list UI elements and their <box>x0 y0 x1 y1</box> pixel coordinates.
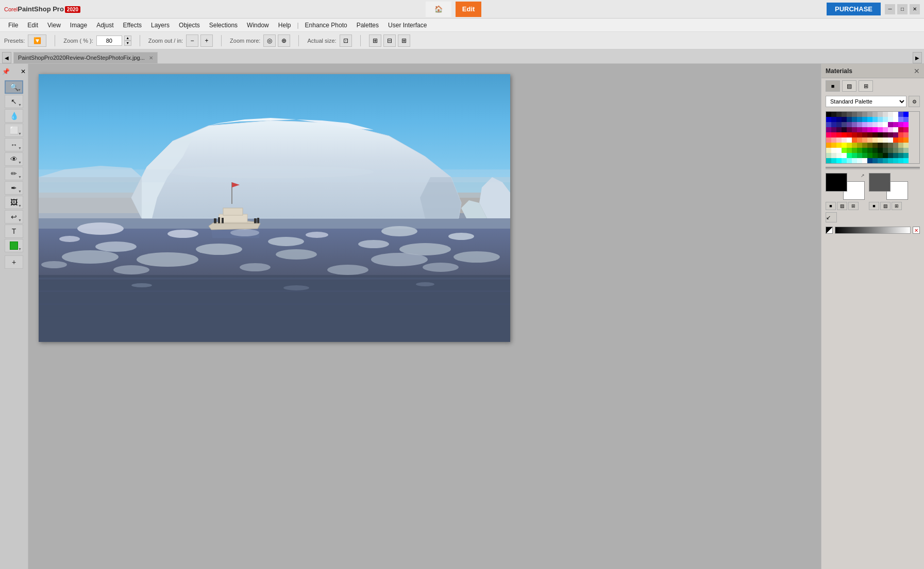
swap-colors-button[interactable]: ↗ <box>861 173 865 178</box>
color-cell[interactable] <box>878 112 883 117</box>
color-cell[interactable] <box>867 153 872 158</box>
color-cell[interactable] <box>826 143 831 148</box>
color-cell[interactable] <box>872 117 878 122</box>
color-cell[interactable] <box>903 117 909 122</box>
color-cell[interactable] <box>883 143 888 148</box>
color-cell[interactable] <box>878 158 883 163</box>
color-cell[interactable] <box>831 127 836 132</box>
color-cell[interactable] <box>883 117 888 122</box>
color-cell[interactable] <box>898 122 903 127</box>
zoom-out-btn[interactable]: − <box>186 35 198 47</box>
color-cell[interactable] <box>888 148 893 153</box>
color-cell[interactable] <box>903 137 909 143</box>
gradient-swatch-icon[interactable] <box>826 227 833 234</box>
menu-item-layers[interactable]: Layers <box>147 20 174 30</box>
color-cell[interactable] <box>836 143 842 148</box>
menu-item-palettes[interactable]: Palettes <box>352 20 383 30</box>
color-cell[interactable] <box>847 137 852 143</box>
color-cell[interactable] <box>878 143 883 148</box>
color-cell[interactable] <box>893 148 898 153</box>
color-cell[interactable] <box>883 137 888 143</box>
color-cell[interactable] <box>898 112 903 117</box>
color-cell[interactable] <box>888 127 893 132</box>
color-cell[interactable] <box>836 127 842 132</box>
color-cell[interactable] <box>888 117 893 122</box>
color-cell[interactable] <box>842 112 847 117</box>
align-left-btn[interactable]: ⊞ <box>369 35 381 47</box>
materials-gradient-tab[interactable]: ▨ <box>842 80 856 92</box>
color-cell[interactable] <box>842 117 847 122</box>
color-cell[interactable] <box>847 132 852 137</box>
tool-btn-text[interactable]: T <box>5 225 23 238</box>
color-cell[interactable] <box>852 117 857 122</box>
color-cell[interactable] <box>888 153 893 158</box>
color-cell[interactable] <box>862 143 867 148</box>
color-cell[interactable] <box>872 158 878 163</box>
color-cell[interactable] <box>903 148 909 153</box>
color-cell[interactable] <box>847 112 852 117</box>
materials-color-tab[interactable]: ■ <box>826 80 840 92</box>
color-cell[interactable] <box>878 132 883 137</box>
color-cell[interactable] <box>842 132 847 137</box>
color-cell[interactable] <box>857 112 862 117</box>
color-cell[interactable] <box>847 122 852 127</box>
color-cell[interactable] <box>862 148 867 153</box>
menu-item-user-interface[interactable]: User Interface <box>384 20 431 30</box>
color-cell[interactable] <box>862 117 867 122</box>
menu-item-view[interactable]: View <box>43 20 65 30</box>
color-cell[interactable] <box>893 132 898 137</box>
color-cell[interactable] <box>831 122 836 127</box>
tool-btn-zoom[interactable]: 🔍▼ <box>5 80 23 94</box>
minimize-button[interactable]: ─ <box>885 4 895 14</box>
color-cell[interactable] <box>831 143 836 148</box>
menu-item-enhance-photo[interactable]: Enhance Photo <box>301 20 351 30</box>
fg-solid-btn[interactable]: ■ <box>826 202 836 210</box>
fg-color-swatch[interactable] <box>826 173 847 192</box>
color-cell[interactable] <box>888 158 893 163</box>
color-cell[interactable] <box>826 117 831 122</box>
color-cell[interactable] <box>893 122 898 127</box>
color-cell[interactable] <box>872 143 878 148</box>
color-cell[interactable] <box>862 137 867 143</box>
materials-close-button[interactable]: ✕ <box>914 67 920 75</box>
color-cell[interactable] <box>862 127 867 132</box>
color-cell[interactable] <box>852 122 857 127</box>
color-cell[interactable] <box>852 143 857 148</box>
home-button[interactable]: 🏠 <box>426 2 451 17</box>
color-cell[interactable] <box>867 132 872 137</box>
color-cell[interactable] <box>842 148 847 153</box>
tab-next-button[interactable]: ▶ <box>913 52 922 63</box>
color-cell[interactable] <box>872 137 878 143</box>
color-cell[interactable] <box>903 122 909 127</box>
color-cell[interactable] <box>883 148 888 153</box>
color-cell[interactable] <box>883 158 888 163</box>
color-cell[interactable] <box>893 112 898 117</box>
color-cell[interactable] <box>867 117 872 122</box>
color-cell[interactable] <box>826 122 831 127</box>
color-cell[interactable] <box>888 132 893 137</box>
color-cell[interactable] <box>872 122 878 127</box>
color-cell[interactable] <box>852 153 857 158</box>
menu-item-edit[interactable]: Edit <box>23 20 42 30</box>
tab-item[interactable]: PaintShopPro2020Review-OneStepPhotoFix.j… <box>13 52 158 63</box>
color-cell[interactable] <box>836 132 842 137</box>
stroke-gradient-btn[interactable]: ▨ <box>880 202 891 210</box>
color-cell[interactable] <box>831 153 836 158</box>
menu-item-window[interactable]: Window <box>243 20 273 30</box>
color-cell[interactable] <box>847 148 852 153</box>
palette-dropdown[interactable]: Standard Palette Custom Palette Web Safe… <box>826 96 906 107</box>
tool-btn-stamp[interactable]: 🖼▼ <box>5 196 23 209</box>
menu-item-selections[interactable]: Selections <box>205 20 242 30</box>
color-cell[interactable] <box>903 127 909 132</box>
tool-btn-transform[interactable]: ↔▼ <box>5 138 23 151</box>
color-cell[interactable] <box>847 143 852 148</box>
color-cell[interactable] <box>826 137 831 143</box>
color-cell[interactable] <box>867 158 872 163</box>
color-cell[interactable] <box>862 112 867 117</box>
color-cell[interactable] <box>842 127 847 132</box>
fg-gradient-btn[interactable]: ▨ <box>837 202 847 210</box>
tab-prev-button[interactable]: ◀ <box>2 52 11 63</box>
color-cell[interactable] <box>878 137 883 143</box>
color-cell[interactable] <box>878 117 883 122</box>
menu-item-objects[interactable]: Objects <box>175 20 204 30</box>
